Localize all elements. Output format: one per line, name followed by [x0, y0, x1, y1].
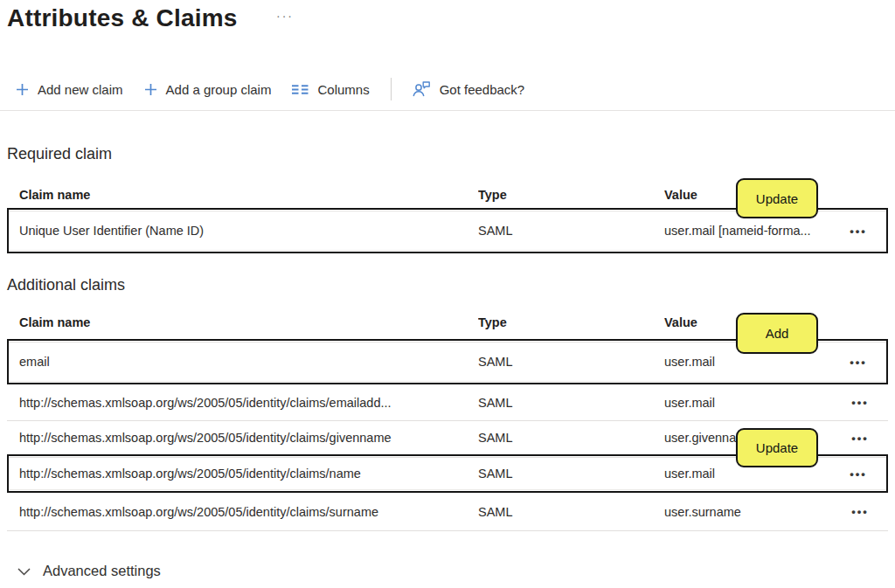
command-bar: Add new claim Add a group claim Columns — [16, 75, 524, 103]
got-feedback-label: Got feedback? — [440, 82, 525, 97]
row-more-icon[interactable]: ••• — [836, 356, 881, 368]
claim-value-cell: user.mail [nameid-forma... — [664, 224, 836, 238]
claim-name-cell[interactable]: http://schemas.xmlsoap.org/ws/2005/05/id… — [19, 396, 478, 410]
add-new-claim-button[interactable]: Add new claim — [16, 82, 123, 97]
table-row-surname[interactable]: http://schemas.xmlsoap.org/ws/2005/05/id… — [7, 493, 888, 531]
annotation-update-name-claim: Update — [736, 428, 818, 467]
advanced-settings-label: Advanced settings — [43, 563, 161, 579]
row-more-icon[interactable]: ••• — [837, 506, 883, 517]
attributes-claims-page: Attributes & Claims ··· Add new claim Ad… — [0, 0, 895, 588]
columns-icon — [292, 84, 309, 95]
row-more-icon[interactable]: ••• — [837, 432, 883, 444]
table-row-emailaddress[interactable]: http://schemas.xmlsoap.org/ws/2005/05/id… — [7, 384, 888, 421]
toolbar-divider — [391, 78, 392, 100]
column-header-claim-name[interactable]: Claim name — [19, 188, 478, 202]
add-group-claim-button[interactable]: Add a group claim — [144, 82, 272, 97]
claim-value-cell: user.mail — [664, 467, 836, 481]
feedback-icon — [413, 81, 431, 97]
annotation-update-required-claim: Update — [736, 178, 818, 218]
claim-name-cell[interactable]: http://schemas.xmlsoap.org/ws/2005/05/id… — [19, 505, 478, 519]
annotation-add-email-claim: Add — [736, 313, 818, 354]
plus-icon — [16, 83, 29, 96]
row-more-icon[interactable]: ••• — [836, 468, 881, 480]
add-group-claim-label: Add a group claim — [166, 82, 272, 97]
claim-type-cell: SAML — [478, 431, 664, 445]
page-title: Attributes & Claims — [7, 4, 238, 32]
chevron-down-icon — [17, 566, 31, 576]
claim-name-cell[interactable]: http://schemas.xmlsoap.org/ws/2005/05/id… — [19, 467, 478, 481]
claim-value-cell: user.mail — [664, 355, 836, 369]
claim-name-cell[interactable]: email — [19, 355, 478, 369]
columns-button[interactable]: Columns — [292, 82, 369, 97]
required-claim-heading: Required claim — [7, 145, 112, 163]
additional-claims-heading: Additional claims — [7, 276, 125, 294]
add-new-claim-label: Add new claim — [38, 82, 123, 97]
claim-type-cell: SAML — [478, 505, 664, 519]
column-header-type[interactable]: Type — [478, 188, 664, 202]
column-header-claim-name[interactable]: Claim name — [19, 315, 478, 329]
more-options-icon[interactable]: ··· — [276, 9, 294, 23]
columns-label: Columns — [317, 82, 369, 97]
claim-name-cell[interactable]: Unique User Identifier (Name ID) — [19, 224, 478, 238]
claim-value-cell: user.surname — [664, 505, 837, 519]
claim-name-cell[interactable]: http://schemas.xmlsoap.org/ws/2005/05/id… — [19, 431, 478, 445]
claim-value-cell: user.mail — [664, 396, 837, 410]
plus-icon — [144, 83, 157, 96]
claim-type-cell: SAML — [478, 467, 664, 481]
claim-type-cell: SAML — [478, 224, 664, 238]
column-header-type[interactable]: Type — [478, 315, 664, 329]
claim-type-cell: SAML — [478, 355, 664, 369]
toolbar-rule — [0, 110, 895, 111]
got-feedback-button[interactable]: Got feedback? — [413, 81, 525, 97]
row-more-icon[interactable]: ••• — [837, 397, 883, 408]
row-more-icon[interactable]: ••• — [836, 225, 881, 237]
claim-type-cell: SAML — [478, 396, 664, 410]
advanced-settings-expander[interactable]: Advanced settings — [17, 563, 161, 579]
